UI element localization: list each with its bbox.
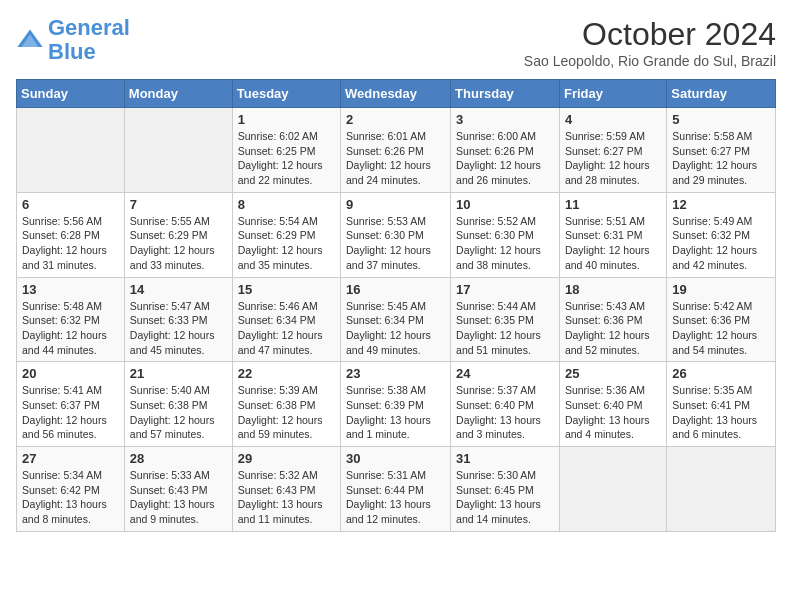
- day-header-monday: Monday: [124, 80, 232, 108]
- day-number: 5: [672, 112, 770, 127]
- day-number: 16: [346, 282, 445, 297]
- calendar-cell: 1Sunrise: 6:02 AM Sunset: 6:25 PM Daylig…: [232, 108, 340, 193]
- day-header-friday: Friday: [559, 80, 666, 108]
- day-number: 25: [565, 366, 661, 381]
- logo-icon: [16, 26, 44, 54]
- calendar-cell: 24Sunrise: 5:37 AM Sunset: 6:40 PM Dayli…: [451, 362, 560, 447]
- calendar-cell: 28Sunrise: 5:33 AM Sunset: 6:43 PM Dayli…: [124, 447, 232, 532]
- day-number: 27: [22, 451, 119, 466]
- day-header-saturday: Saturday: [667, 80, 776, 108]
- day-number: 7: [130, 197, 227, 212]
- calendar-cell: 18Sunrise: 5:43 AM Sunset: 6:36 PM Dayli…: [559, 277, 666, 362]
- calendar-cell: 30Sunrise: 5:31 AM Sunset: 6:44 PM Dayli…: [341, 447, 451, 532]
- day-number: 15: [238, 282, 335, 297]
- day-number: 14: [130, 282, 227, 297]
- calendar-cell: 8Sunrise: 5:54 AM Sunset: 6:29 PM Daylig…: [232, 192, 340, 277]
- day-number: 2: [346, 112, 445, 127]
- cell-content: Sunrise: 5:45 AM Sunset: 6:34 PM Dayligh…: [346, 299, 445, 358]
- day-number: 30: [346, 451, 445, 466]
- calendar-cell: 14Sunrise: 5:47 AM Sunset: 6:33 PM Dayli…: [124, 277, 232, 362]
- calendar-cell: 11Sunrise: 5:51 AM Sunset: 6:31 PM Dayli…: [559, 192, 666, 277]
- calendar-cell: [17, 108, 125, 193]
- day-number: 28: [130, 451, 227, 466]
- calendar-cell: 17Sunrise: 5:44 AM Sunset: 6:35 PM Dayli…: [451, 277, 560, 362]
- calendar-cell: 7Sunrise: 5:55 AM Sunset: 6:29 PM Daylig…: [124, 192, 232, 277]
- day-number: 8: [238, 197, 335, 212]
- calendar-week-row: 1Sunrise: 6:02 AM Sunset: 6:25 PM Daylig…: [17, 108, 776, 193]
- cell-content: Sunrise: 5:40 AM Sunset: 6:38 PM Dayligh…: [130, 383, 227, 442]
- day-number: 17: [456, 282, 554, 297]
- cell-content: Sunrise: 5:32 AM Sunset: 6:43 PM Dayligh…: [238, 468, 335, 527]
- calendar-cell: 2Sunrise: 6:01 AM Sunset: 6:26 PM Daylig…: [341, 108, 451, 193]
- logo-text: General Blue: [48, 16, 130, 64]
- calendar-header-row: SundayMondayTuesdayWednesdayThursdayFrid…: [17, 80, 776, 108]
- day-number: 3: [456, 112, 554, 127]
- calendar-cell: 23Sunrise: 5:38 AM Sunset: 6:39 PM Dayli…: [341, 362, 451, 447]
- calendar-cell: 3Sunrise: 6:00 AM Sunset: 6:26 PM Daylig…: [451, 108, 560, 193]
- cell-content: Sunrise: 5:47 AM Sunset: 6:33 PM Dayligh…: [130, 299, 227, 358]
- day-header-tuesday: Tuesday: [232, 80, 340, 108]
- calendar-cell: 9Sunrise: 5:53 AM Sunset: 6:30 PM Daylig…: [341, 192, 451, 277]
- calendar-cell: 5Sunrise: 5:58 AM Sunset: 6:27 PM Daylig…: [667, 108, 776, 193]
- cell-content: Sunrise: 5:37 AM Sunset: 6:40 PM Dayligh…: [456, 383, 554, 442]
- cell-content: Sunrise: 5:35 AM Sunset: 6:41 PM Dayligh…: [672, 383, 770, 442]
- calendar-cell: 20Sunrise: 5:41 AM Sunset: 6:37 PM Dayli…: [17, 362, 125, 447]
- day-number: 11: [565, 197, 661, 212]
- month-title: October 2024: [524, 16, 776, 53]
- day-number: 29: [238, 451, 335, 466]
- day-number: 6: [22, 197, 119, 212]
- cell-content: Sunrise: 5:55 AM Sunset: 6:29 PM Dayligh…: [130, 214, 227, 273]
- day-number: 19: [672, 282, 770, 297]
- calendar-cell: [559, 447, 666, 532]
- cell-content: Sunrise: 5:41 AM Sunset: 6:37 PM Dayligh…: [22, 383, 119, 442]
- calendar-cell: 10Sunrise: 5:52 AM Sunset: 6:30 PM Dayli…: [451, 192, 560, 277]
- logo-line2: Blue: [48, 39, 96, 64]
- location: Sao Leopoldo, Rio Grande do Sul, Brazil: [524, 53, 776, 69]
- cell-content: Sunrise: 5:49 AM Sunset: 6:32 PM Dayligh…: [672, 214, 770, 273]
- cell-content: Sunrise: 5:51 AM Sunset: 6:31 PM Dayligh…: [565, 214, 661, 273]
- cell-content: Sunrise: 5:43 AM Sunset: 6:36 PM Dayligh…: [565, 299, 661, 358]
- day-number: 23: [346, 366, 445, 381]
- cell-content: Sunrise: 5:30 AM Sunset: 6:45 PM Dayligh…: [456, 468, 554, 527]
- day-header-wednesday: Wednesday: [341, 80, 451, 108]
- day-number: 20: [22, 366, 119, 381]
- calendar-cell: 12Sunrise: 5:49 AM Sunset: 6:32 PM Dayli…: [667, 192, 776, 277]
- calendar-cell: 16Sunrise: 5:45 AM Sunset: 6:34 PM Dayli…: [341, 277, 451, 362]
- calendar-week-row: 27Sunrise: 5:34 AM Sunset: 6:42 PM Dayli…: [17, 447, 776, 532]
- calendar-cell: [667, 447, 776, 532]
- cell-content: Sunrise: 6:01 AM Sunset: 6:26 PM Dayligh…: [346, 129, 445, 188]
- calendar-cell: 25Sunrise: 5:36 AM Sunset: 6:40 PM Dayli…: [559, 362, 666, 447]
- cell-content: Sunrise: 5:42 AM Sunset: 6:36 PM Dayligh…: [672, 299, 770, 358]
- cell-content: Sunrise: 5:33 AM Sunset: 6:43 PM Dayligh…: [130, 468, 227, 527]
- calendar-cell: 21Sunrise: 5:40 AM Sunset: 6:38 PM Dayli…: [124, 362, 232, 447]
- day-number: 31: [456, 451, 554, 466]
- cell-content: Sunrise: 5:34 AM Sunset: 6:42 PM Dayligh…: [22, 468, 119, 527]
- cell-content: Sunrise: 5:46 AM Sunset: 6:34 PM Dayligh…: [238, 299, 335, 358]
- day-header-thursday: Thursday: [451, 80, 560, 108]
- cell-content: Sunrise: 5:52 AM Sunset: 6:30 PM Dayligh…: [456, 214, 554, 273]
- day-number: 21: [130, 366, 227, 381]
- day-number: 12: [672, 197, 770, 212]
- calendar-cell: 4Sunrise: 5:59 AM Sunset: 6:27 PM Daylig…: [559, 108, 666, 193]
- calendar-cell: 26Sunrise: 5:35 AM Sunset: 6:41 PM Dayli…: [667, 362, 776, 447]
- calendar-table: SundayMondayTuesdayWednesdayThursdayFrid…: [16, 79, 776, 532]
- calendar-cell: 22Sunrise: 5:39 AM Sunset: 6:38 PM Dayli…: [232, 362, 340, 447]
- day-number: 1: [238, 112, 335, 127]
- calendar-body: 1Sunrise: 6:02 AM Sunset: 6:25 PM Daylig…: [17, 108, 776, 532]
- cell-content: Sunrise: 5:38 AM Sunset: 6:39 PM Dayligh…: [346, 383, 445, 442]
- day-number: 26: [672, 366, 770, 381]
- day-number: 18: [565, 282, 661, 297]
- cell-content: Sunrise: 5:54 AM Sunset: 6:29 PM Dayligh…: [238, 214, 335, 273]
- calendar-week-row: 6Sunrise: 5:56 AM Sunset: 6:28 PM Daylig…: [17, 192, 776, 277]
- calendar-cell: [124, 108, 232, 193]
- cell-content: Sunrise: 5:53 AM Sunset: 6:30 PM Dayligh…: [346, 214, 445, 273]
- cell-content: Sunrise: 5:44 AM Sunset: 6:35 PM Dayligh…: [456, 299, 554, 358]
- calendar-cell: 13Sunrise: 5:48 AM Sunset: 6:32 PM Dayli…: [17, 277, 125, 362]
- calendar-cell: 29Sunrise: 5:32 AM Sunset: 6:43 PM Dayli…: [232, 447, 340, 532]
- day-number: 4: [565, 112, 661, 127]
- calendar-cell: 31Sunrise: 5:30 AM Sunset: 6:45 PM Dayli…: [451, 447, 560, 532]
- logo: General Blue: [16, 16, 130, 64]
- calendar-cell: 6Sunrise: 5:56 AM Sunset: 6:28 PM Daylig…: [17, 192, 125, 277]
- cell-content: Sunrise: 5:39 AM Sunset: 6:38 PM Dayligh…: [238, 383, 335, 442]
- cell-content: Sunrise: 5:58 AM Sunset: 6:27 PM Dayligh…: [672, 129, 770, 188]
